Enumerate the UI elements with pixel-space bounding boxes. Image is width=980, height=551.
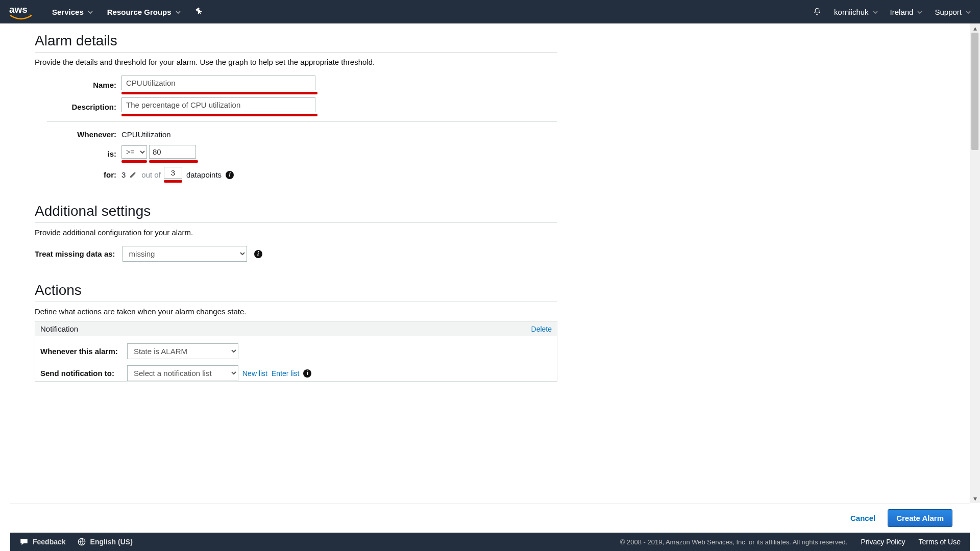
top-nav: aws Services Resource Groups korniichuk … <box>0 0 980 23</box>
nav-region-label: Ireland <box>890 8 914 16</box>
nav-support[interactable]: Support <box>935 8 971 16</box>
nav-notifications[interactable] <box>813 7 822 16</box>
chevron-down-icon <box>873 8 878 16</box>
bell-icon <box>813 7 822 16</box>
nav-region[interactable]: Ireland <box>890 8 923 16</box>
chevron-down-icon <box>88 8 93 16</box>
aws-logo-text: aws <box>9 4 28 15</box>
nav-resource-groups[interactable]: Resource Groups <box>107 8 181 16</box>
aws-smile-icon <box>9 15 33 19</box>
nav-user-label: korniichuk <box>834 8 869 16</box>
nav-services[interactable]: Services <box>52 8 93 16</box>
nav-resource-groups-label: Resource Groups <box>107 8 172 16</box>
aws-logo[interactable]: aws <box>9 4 33 19</box>
nav-pin[interactable] <box>195 8 202 15</box>
nav-right: korniichuk Ireland Support <box>800 7 971 16</box>
chevron-down-icon <box>176 8 181 16</box>
pin-icon <box>193 7 203 16</box>
chevron-down-icon <box>966 8 971 16</box>
chevron-down-icon <box>917 8 922 16</box>
nav-services-label: Services <box>52 8 84 16</box>
nav-support-label: Support <box>935 8 962 16</box>
nav-user[interactable]: korniichuk <box>834 8 878 16</box>
